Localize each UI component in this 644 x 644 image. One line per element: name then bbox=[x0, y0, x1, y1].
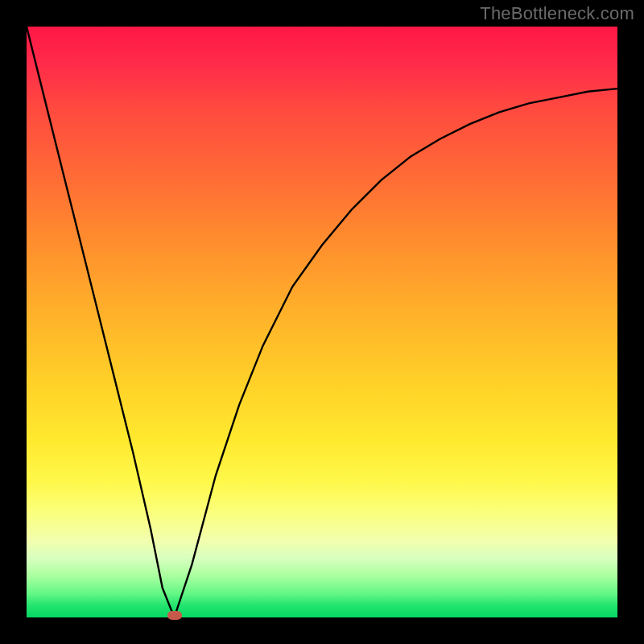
minimum-marker bbox=[167, 611, 182, 620]
curve-path bbox=[27, 27, 617, 617]
bottleneck-curve bbox=[27, 27, 617, 617]
watermark-text: TheBottleneck.com bbox=[480, 3, 634, 24]
chart-frame: TheBottleneck.com bbox=[0, 0, 644, 644]
plot-area bbox=[27, 27, 617, 617]
